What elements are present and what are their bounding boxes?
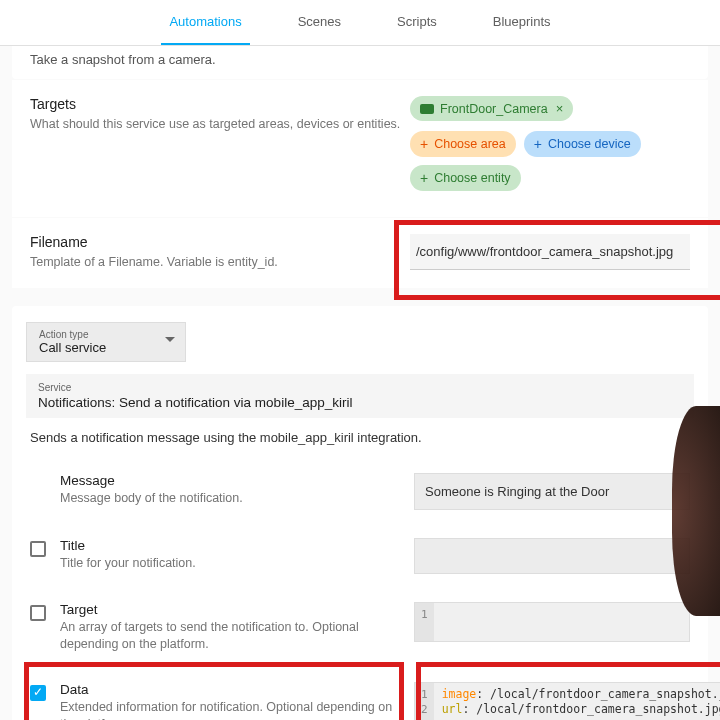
targets-chips: FrontDoor_Camera × +Choose area +Choose …	[410, 96, 690, 201]
message-title: Message	[60, 473, 400, 488]
message-row: Message Message body of the notification…	[12, 459, 708, 524]
top-tabs: Automations Scenes Scripts Blueprints	[0, 0, 720, 46]
target-code-input[interactable]: 1	[414, 602, 690, 642]
title-checkbox[interactable]	[30, 541, 46, 557]
message-input[interactable]: Someone is Ringing at the Door	[414, 473, 690, 510]
code-gutter: 1	[415, 603, 434, 641]
plus-icon: +	[420, 136, 428, 152]
title-row: Title Title for your notification.	[12, 524, 708, 588]
code-gutter: 1 2	[415, 683, 434, 721]
service-label: Service	[38, 382, 682, 393]
camera-icon	[420, 104, 434, 114]
tab-blueprints[interactable]: Blueprints	[485, 0, 559, 45]
filename-desc: Template of a Filename. Variable is enti…	[30, 254, 410, 272]
filename-row: Filename Template of a Filename. Variabl…	[12, 218, 708, 288]
plus-icon: +	[420, 170, 428, 186]
message-desc: Message body of the notification.	[60, 490, 400, 508]
targets-label-block: Targets What should this service use as …	[30, 96, 410, 201]
action-type-value: Call service	[39, 340, 145, 355]
data-row: Data Extended information for notificati…	[12, 668, 708, 721]
choose-device-button[interactable]: +Choose device	[524, 131, 641, 157]
tab-automations[interactable]: Automations	[161, 0, 249, 45]
remove-chip-icon[interactable]: ×	[556, 101, 564, 116]
filename-label-block: Filename Template of a Filename. Variabl…	[30, 234, 410, 272]
title-desc: Title for your notification.	[60, 555, 400, 573]
target-desc: An array of targets to send the notifica…	[60, 619, 400, 654]
title-title: Title	[60, 538, 400, 553]
action-type-label: Action type	[39, 329, 145, 340]
filename-input[interactable]	[410, 234, 690, 270]
chip-camera-label: FrontDoor_Camera	[440, 102, 548, 116]
main-content: Take a snapshot from a camera. Targets W…	[0, 46, 720, 720]
plus-icon: +	[534, 136, 542, 152]
choose-entity-button[interactable]: +Choose entity	[410, 165, 521, 191]
choose-area-button[interactable]: +Choose area	[410, 131, 516, 157]
chevron-down-icon	[165, 337, 175, 342]
service-description: Sends a notification message using the m…	[12, 430, 708, 459]
service-select[interactable]: Service Notifications: Send a notificati…	[26, 374, 694, 418]
filename-input-wrap	[410, 234, 690, 272]
target-title: Target	[60, 602, 400, 617]
code-text	[434, 603, 450, 641]
chip-camera-entity[interactable]: FrontDoor_Camera ×	[410, 96, 573, 121]
face-overlay	[672, 406, 720, 616]
data-title: Data	[60, 682, 400, 697]
data-checkbox[interactable]	[30, 685, 46, 701]
target-checkbox[interactable]	[30, 605, 46, 621]
tab-scenes[interactable]: Scenes	[290, 0, 349, 45]
filename-label: Filename	[30, 234, 410, 250]
tab-scripts[interactable]: Scripts	[389, 0, 445, 45]
service-value: Notifications: Send a notification via m…	[38, 395, 682, 410]
snapshot-description: Take a snapshot from a camera.	[12, 46, 708, 79]
action-card: Action type Call service Service Notific…	[12, 306, 708, 721]
targets-label: Targets	[30, 96, 410, 112]
title-input[interactable]	[414, 538, 690, 574]
data-code-input[interactable]: 1 2 image: /local/frontdoor_camera_snaps…	[414, 682, 720, 721]
action-type-select[interactable]: Action type Call service	[26, 322, 186, 362]
code-text: image: /local/frontdoor_camera_snapshot.…	[434, 683, 720, 721]
data-desc: Extended information for notification. O…	[60, 699, 400, 721]
target-row: Target An array of targets to send the n…	[12, 588, 708, 668]
targets-row: Targets What should this service use as …	[12, 80, 708, 217]
targets-desc: What should this service use as targeted…	[30, 116, 410, 134]
